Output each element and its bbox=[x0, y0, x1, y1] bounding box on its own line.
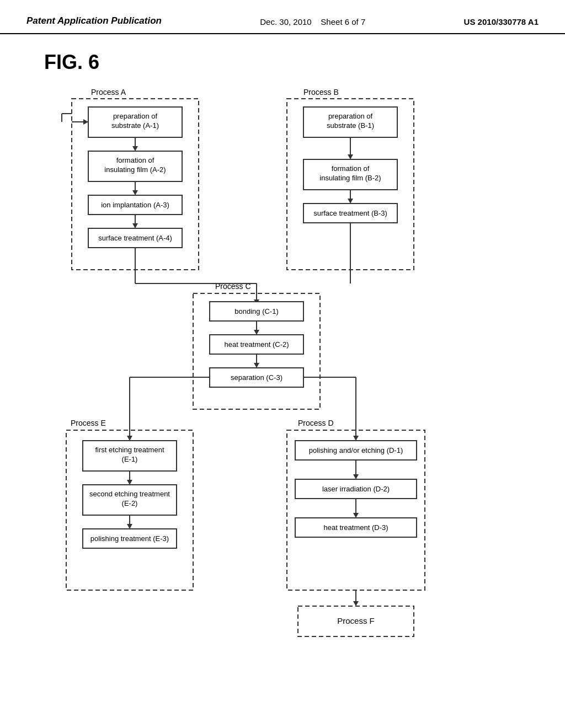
publication-title: Patent Application Publication bbox=[26, 15, 162, 26]
svg-marker-14 bbox=[132, 223, 138, 228]
page: Patent Application Publication Dec. 30, … bbox=[0, 0, 565, 728]
svg-text:insulating film (B-2): insulating film (B-2) bbox=[319, 174, 381, 182]
svg-text:substrate (B-1): substrate (B-1) bbox=[327, 121, 374, 130]
svg-marker-71 bbox=[353, 436, 359, 441]
svg-marker-27 bbox=[348, 154, 353, 159]
svg-marker-75 bbox=[353, 474, 359, 479]
header-center: Dec. 30, 2010 Sheet 6 of 7 bbox=[260, 17, 365, 26]
process-a-label: Process A bbox=[91, 88, 126, 97]
svg-text:first etching treatment: first etching treatment bbox=[95, 446, 164, 454]
svg-marker-18 bbox=[83, 119, 88, 125]
svg-text:heat treatment (C-2): heat treatment (C-2) bbox=[224, 340, 289, 349]
sheet-info: Sheet 6 of 7 bbox=[321, 17, 365, 26]
svg-marker-45 bbox=[254, 330, 259, 335]
svg-marker-10 bbox=[132, 190, 138, 195]
svg-text:substrate (A-1): substrate (A-1) bbox=[111, 121, 159, 130]
process-d-label: Process D bbox=[298, 419, 334, 427]
svg-text:polishing treatment (E-3): polishing treatment (E-3) bbox=[90, 534, 169, 543]
svg-text:ion implantation (A-3): ion implantation (A-3) bbox=[101, 201, 169, 209]
svg-text:polishing and/or etching (D-1): polishing and/or etching (D-1) bbox=[309, 446, 403, 454]
fig-label: FIG. 6 bbox=[44, 51, 532, 74]
svg-marker-60 bbox=[127, 480, 132, 485]
svg-text:surface treatment (B-3): surface treatment (B-3) bbox=[313, 209, 387, 217]
svg-text:bonding (C-1): bonding (C-1) bbox=[234, 307, 279, 315]
svg-text:formation of: formation of bbox=[332, 164, 370, 173]
header: Patent Application Publication Dec. 30, … bbox=[0, 0, 565, 34]
svg-text:heat treatment (D-3): heat treatment (D-3) bbox=[323, 523, 388, 532]
date: Dec. 30, 2010 bbox=[260, 17, 311, 26]
svg-marker-83 bbox=[353, 601, 359, 606]
svg-marker-55 bbox=[127, 436, 132, 441]
svg-text:surface treatment (A-4): surface treatment (A-4) bbox=[98, 234, 172, 242]
svg-marker-5 bbox=[132, 146, 138, 151]
patent-number: US 2010/330778 A1 bbox=[464, 17, 539, 26]
svg-marker-79 bbox=[353, 513, 359, 518]
svg-text:laser irradiation (D-2): laser irradiation (D-2) bbox=[322, 485, 390, 493]
svg-marker-65 bbox=[127, 524, 132, 529]
process-b-label: Process B bbox=[303, 88, 339, 97]
svg-marker-32 bbox=[348, 199, 353, 204]
svg-text:preparation of: preparation of bbox=[113, 112, 158, 120]
flowchart-svg: Process A preparation of substrate (A-1)… bbox=[33, 85, 508, 647]
svg-text:second etching treatment: second etching treatment bbox=[89, 490, 170, 498]
process-e-label: Process E bbox=[71, 419, 106, 427]
svg-text:separation (C-3): separation (C-3) bbox=[231, 373, 282, 382]
svg-text:(E-2): (E-2) bbox=[122, 499, 138, 507]
svg-text:insulating film (A-2): insulating film (A-2) bbox=[104, 165, 166, 174]
process-f-label: Process F bbox=[337, 616, 375, 625]
svg-text:(E-1): (E-1) bbox=[122, 455, 138, 463]
svg-text:preparation of: preparation of bbox=[328, 112, 373, 120]
svg-text:formation of: formation of bbox=[116, 156, 154, 164]
content: FIG. 6 Process A preparation of substrat… bbox=[0, 34, 565, 672]
svg-marker-49 bbox=[254, 363, 259, 368]
